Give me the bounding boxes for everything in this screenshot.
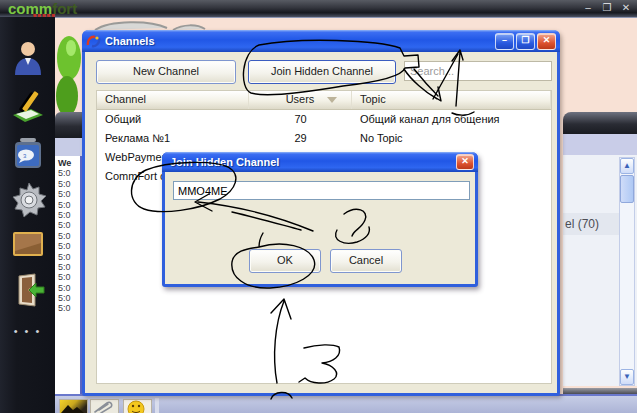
search-input[interactable]: Search... <box>404 61 552 81</box>
scrollbar-thumb[interactable] <box>620 175 634 203</box>
smiley-icon[interactable] <box>123 399 152 413</box>
channels-window-title: Channels <box>105 35 493 47</box>
chat-timestamp: 5:0 <box>55 293 80 303</box>
column-header-topic[interactable]: Topic <box>352 91 551 109</box>
chat-timestamp: 5:0 <box>55 252 80 262</box>
attachment-icon[interactable] <box>90 399 119 413</box>
user-panel-header <box>563 112 637 134</box>
scroll-down-icon[interactable]: ▼ <box>620 369 634 385</box>
chat-window-icon[interactable]: 3 <box>11 137 45 175</box>
table-row[interactable]: Реклама №1 29 No Topic <box>97 129 551 148</box>
chat-timestamp: 5:0 <box>55 231 80 241</box>
chat-timestamp: 5:0 <box>55 189 80 199</box>
main-maximize-button[interactable]: ❐ <box>601 2 613 13</box>
chat-timestamp: 5:0 <box>55 179 80 189</box>
chat-timestamp: 5:0 <box>55 283 80 293</box>
join-hidden-channel-button[interactable]: Join Hidden Channel <box>248 60 396 84</box>
channels-titlebar[interactable]: Channels – ❐ ✕ <box>82 30 560 52</box>
ok-button[interactable]: OK <box>249 249 321 273</box>
chat-timestamp: 5:0 <box>55 220 80 230</box>
cancel-button[interactable]: Cancel <box>330 249 402 273</box>
channel-table-header: Channel Users Topic <box>97 91 551 110</box>
channels-maximize-button[interactable]: ❐ <box>516 33 535 50</box>
channel-name-input[interactable] <box>173 181 470 200</box>
chat-timestamp: We <box>55 158 80 168</box>
channels-minimize-button[interactable]: – <box>495 33 514 50</box>
chat-timestamp: 5:0 <box>55 210 80 220</box>
exit-door-icon[interactable] <box>11 273 45 313</box>
chat-timestamp: 5:0 <box>55 272 80 282</box>
chat-timestamp: 5:0 <box>55 262 80 272</box>
column-header-channel[interactable]: Channel <box>97 91 249 109</box>
new-channel-button[interactable]: New Channel <box>96 60 236 84</box>
sort-desc-icon <box>327 97 337 103</box>
user-icon[interactable] <box>11 39 45 81</box>
main-close-button[interactable]: ✕ <box>620 2 632 13</box>
main-minimize-button[interactable]: – <box>582 2 594 13</box>
sidebar: 3 <box>0 17 55 413</box>
user-panel-fragment: el (70) ▲ ▼ <box>563 112 637 394</box>
settings-gear-icon[interactable] <box>11 181 45 225</box>
dialog-titlebar[interactable]: Join Hidden Channel ✕ <box>162 152 478 172</box>
message-toolbar-fragment <box>55 394 637 413</box>
user-panel-scrollbar[interactable]: ▲ ▼ <box>619 157 635 386</box>
table-row[interactable]: Общий 70 Общий канал для общения <box>97 110 551 129</box>
join-hidden-channel-dialog: Join Hidden Channel ✕ OK Cancel <box>162 152 478 287</box>
chat-timestamp: 5:0 <box>55 200 80 210</box>
channels-close-button[interactable]: ✕ <box>537 33 556 50</box>
scroll-up-icon[interactable]: ▲ <box>620 158 634 174</box>
channel-group-label[interactable]: el (70) <box>563 213 621 235</box>
notes-icon[interactable] <box>11 89 45 129</box>
chat-window-header-fragment <box>55 112 82 138</box>
channels-window-icon <box>86 35 101 48</box>
commfort-app: commfort ■■■■■ – ❐ ✕ <box>0 0 637 413</box>
chat-timestamp: 5:0 <box>55 241 80 251</box>
main-titlebar: commfort ■■■■■ – ❐ ✕ <box>0 0 637 18</box>
column-header-users[interactable]: Users <box>249 91 352 109</box>
chat-timestamp: 5:0 <box>55 168 80 178</box>
chat-timestamp: 5:0 <box>55 303 80 313</box>
chat-log-fragment: We5:05:05:05:05:05:05:05:05:05:05:05:05:… <box>55 156 82 396</box>
dialog-title: Join Hidden Channel <box>170 156 454 168</box>
folder-icon[interactable] <box>11 229 45 263</box>
chat-window-left-fragment: We5:05:05:05:05:05:05:05:05:05:05:05:05:… <box>55 112 82 394</box>
dialog-close-button[interactable]: ✕ <box>456 154 474 170</box>
image-icon[interactable] <box>59 399 88 413</box>
more-options-button[interactable]: • • • <box>0 325 55 337</box>
